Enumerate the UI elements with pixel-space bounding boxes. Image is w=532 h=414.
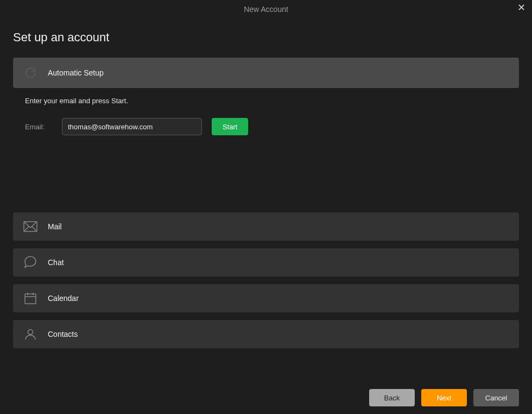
page-title: Set up an account	[13, 30, 519, 45]
option-label: Chat	[48, 258, 64, 267]
next-button[interactable]: Next	[421, 389, 467, 406]
svg-rect-1	[25, 294, 36, 304]
email-label: Email:	[25, 123, 52, 131]
cancel-button[interactable]: Cancel	[473, 389, 519, 406]
automatic-setup-panel[interactable]: Automatic Setup	[13, 58, 519, 88]
option-label: Calendar	[48, 294, 79, 303]
back-button[interactable]: Back	[369, 389, 415, 406]
back-button-label: Back	[384, 394, 400, 402]
footer: Back Next Cancel	[369, 389, 519, 406]
start-button[interactable]: Start	[212, 118, 248, 135]
close-icon: ✕	[517, 2, 525, 14]
svg-point-11	[28, 330, 33, 335]
refresh-icon	[22, 64, 39, 81]
option-contacts[interactable]: Contacts	[13, 320, 519, 348]
email-field[interactable]	[62, 118, 202, 135]
mail-icon	[22, 218, 39, 235]
automatic-setup-label: Automatic Setup	[48, 68, 104, 77]
close-button[interactable]: ✕	[515, 1, 528, 14]
option-mail[interactable]: Mail	[13, 212, 519, 241]
option-chat[interactable]: Chat	[13, 248, 519, 277]
instruction-text: Enter your email and press Start.	[25, 97, 519, 105]
calendar-icon	[22, 290, 39, 307]
window-title: New Account	[244, 5, 288, 14]
titlebar: New Account ✕	[0, 0, 532, 16]
chat-icon	[22, 254, 39, 271]
option-label: Contacts	[48, 330, 78, 338]
next-button-label: Next	[437, 394, 452, 402]
email-row: Email: Start	[25, 118, 519, 135]
options-list: Mail Chat	[13, 212, 519, 348]
contacts-icon	[22, 325, 39, 343]
option-label: Mail	[48, 222, 62, 231]
option-calendar[interactable]: Calendar	[13, 284, 519, 312]
